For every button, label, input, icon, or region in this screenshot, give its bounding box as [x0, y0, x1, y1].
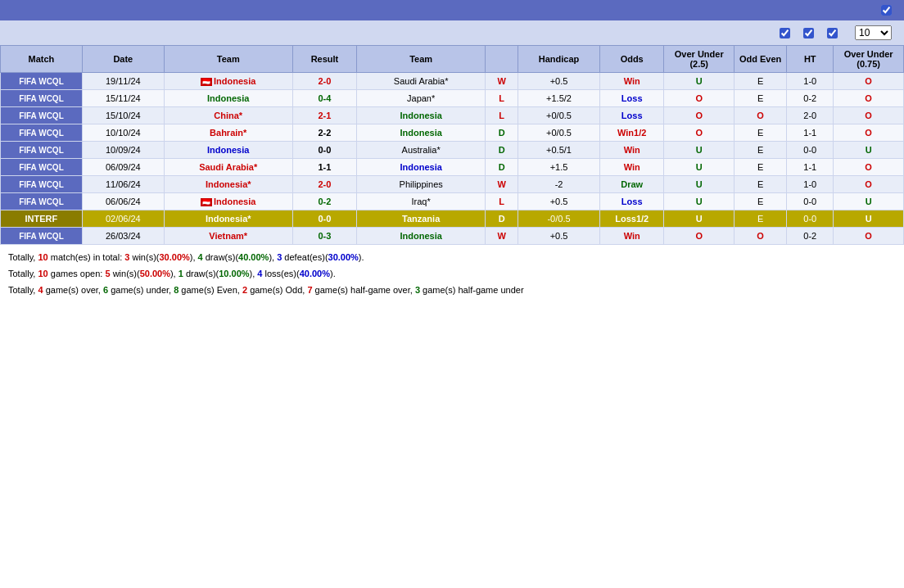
team2-cell: Tanzania	[357, 210, 486, 228]
col-header-team1: Team	[164, 46, 292, 73]
team2-cell: Indonesia	[357, 107, 486, 124]
odds-cell: Win1/2	[599, 124, 663, 142]
odds-cell: Loss	[599, 193, 663, 210]
handicap-cell: +0/0.5	[518, 124, 600, 142]
games-select[interactable]: 5 10 20 30 50	[855, 25, 892, 40]
ou25-cell: U	[664, 142, 734, 159]
team2-cell: Iraq*	[357, 193, 486, 210]
wdl-cell: D	[486, 159, 518, 176]
table-row: FIFA WCQL26/03/24Vietnam*0-3IndonesiaW+0…	[1, 228, 904, 245]
team1-cell: Saudi Arabia*	[164, 159, 292, 176]
result-cell: 0-0	[292, 210, 356, 228]
odd-even-cell: E	[734, 193, 787, 210]
table-row: INTERF02/06/24Indonesia*0-0TanzaniaD-0/0…	[1, 210, 904, 228]
result-cell: 2-0	[292, 176, 356, 193]
ou075-cell: O	[834, 176, 904, 193]
result-cell: 0-0	[292, 142, 356, 159]
ou25-cell: U	[664, 176, 734, 193]
last-games-filter: 5 10 20 30 50	[851, 25, 896, 40]
date-cell: 15/10/24	[82, 107, 164, 124]
result-cell: 2-2	[292, 124, 356, 142]
ou25-cell: U	[664, 193, 734, 210]
fifa-wcql-filter	[803, 28, 817, 38]
match-type-cell: FIFA WCQL	[1, 228, 83, 245]
ht-cell: 0-0	[787, 193, 834, 210]
odd-even-cell: E	[734, 124, 787, 142]
fifa-wcql-checkbox[interactable]	[803, 28, 814, 38]
handicap-cell: +0.5	[518, 228, 600, 245]
asian-cup-checkbox[interactable]	[827, 28, 838, 38]
table-row: FIFA WCQL15/11/24Indonesia0-4Japan*L+1.5…	[1, 90, 904, 107]
date-cell: 19/11/24	[82, 73, 164, 90]
odd-even-cell: E	[734, 210, 787, 228]
date-cell: 02/06/24	[82, 210, 164, 228]
table-row: FIFA WCQL15/10/24China*2-1IndonesiaL+0/0…	[1, 107, 904, 124]
summary-line: Totally, 10 match(es) in total: 3 win(s)…	[8, 250, 896, 266]
wdl-cell: D	[486, 210, 518, 228]
team2-cell: Indonesia	[357, 124, 486, 142]
col-header-team2: Team	[357, 46, 486, 73]
odds-cell: Loss1/2	[599, 210, 663, 228]
date-cell: 10/10/24	[82, 124, 164, 142]
wdl-cell: D	[486, 124, 518, 142]
col-header-odds: Odds	[599, 46, 663, 73]
wdl-cell: W	[486, 73, 518, 90]
col-header-ht: HT	[787, 46, 834, 73]
odd-even-cell: O	[734, 107, 787, 124]
match-type-cell: FIFA WCQL	[1, 193, 83, 210]
col-header-oddeven: Odd Even	[734, 46, 787, 73]
odd-even-cell: E	[734, 176, 787, 193]
table-row: FIFA WCQL19/11/24🇮🇩Indonesia2-0Saudi Ara…	[1, 73, 904, 90]
match-type-cell: FIFA WCQL	[1, 107, 83, 124]
handicap-cell: -2	[518, 176, 600, 193]
date-cell: 11/06/24	[82, 176, 164, 193]
team2-cell: Indonesia	[357, 228, 486, 245]
wdl-cell: L	[486, 193, 518, 210]
team2-cell: Japan*	[357, 90, 486, 107]
ou075-cell: O	[834, 159, 904, 176]
wdl-cell: L	[486, 90, 518, 107]
date-cell: 06/06/24	[82, 193, 164, 210]
summary-line: Totally, 4 game(s) over, 6 game(s) under…	[8, 283, 896, 299]
team1-cell: Indonesia*	[164, 176, 292, 193]
ou25-cell: U	[664, 210, 734, 228]
interf-filter	[780, 28, 793, 38]
ou075-cell: U	[834, 142, 904, 159]
handicap-cell: +0/0.5	[518, 107, 600, 124]
display-notes-checkbox[interactable]	[881, 5, 892, 16]
ht-cell: 2-0	[787, 107, 834, 124]
team1-cell: Indonesia	[164, 90, 292, 107]
ou075-cell: O	[834, 90, 904, 107]
team2-cell: Indonesia	[357, 159, 486, 176]
summary-section: Totally, 10 match(es) in total: 3 win(s)…	[0, 245, 904, 303]
match-type-cell: FIFA WCQL	[1, 159, 83, 176]
result-cell: 0-4	[292, 90, 356, 107]
handicap-cell: +1.5	[518, 159, 600, 176]
handicap-cell: +0.5/1	[518, 142, 600, 159]
result-cell: 2-1	[292, 107, 356, 124]
team1-cell: Vietnam*	[164, 228, 292, 245]
col-header-ou25: Over Under (2.5)	[664, 46, 734, 73]
team2-cell: Philippines	[357, 176, 486, 193]
col-header-wdl	[486, 46, 518, 73]
date-cell: 06/09/24	[82, 159, 164, 176]
ou075-cell: U	[834, 193, 904, 210]
team1-cell: Indonesia	[164, 142, 292, 159]
odds-cell: Loss	[599, 90, 663, 107]
ou25-cell: U	[664, 159, 734, 176]
ou075-cell: O	[834, 228, 904, 245]
team1-cell: Indonesia*	[164, 210, 292, 228]
scores-table: Match Date Team Result Team Handicap Odd…	[0, 45, 904, 245]
result-cell: 1-1	[292, 159, 356, 176]
date-cell: 10/09/24	[82, 142, 164, 159]
ou075-cell: O	[834, 124, 904, 142]
wdl-cell: L	[486, 107, 518, 124]
odds-cell: Win	[599, 73, 663, 90]
result-cell: 2-0	[292, 73, 356, 90]
col-header-result: Result	[292, 46, 356, 73]
odd-even-cell: E	[734, 142, 787, 159]
handicap-cell: +0.5	[518, 193, 600, 210]
handicap-cell: +0.5	[518, 73, 600, 90]
interf-checkbox[interactable]	[780, 28, 790, 38]
odd-even-cell: E	[734, 90, 787, 107]
